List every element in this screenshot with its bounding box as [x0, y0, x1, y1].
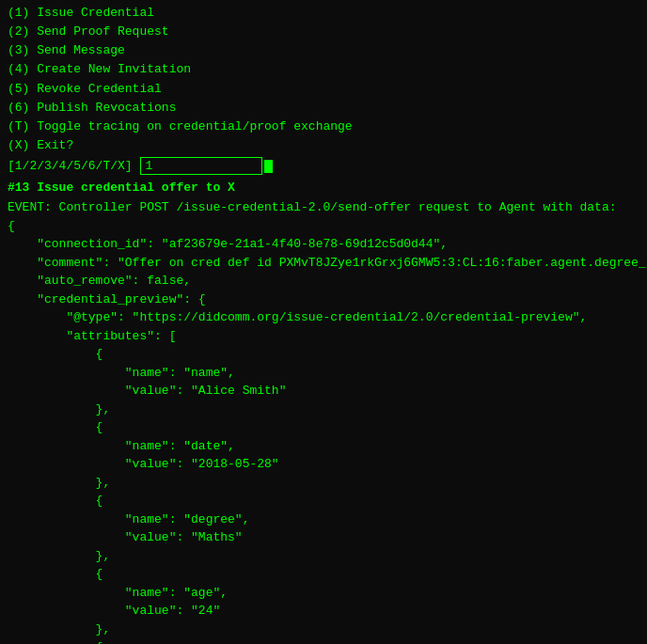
- menu-item-t: (T) Toggle tracing on credential/proof e…: [8, 118, 639, 136]
- menu-item-3: (3) Send Message: [8, 41, 639, 60]
- terminal-window: (1) Issue Credential (2) Send Proof Requ…: [0, 0, 647, 644]
- menu-item-x: (X) Exit?: [8, 136, 639, 155]
- menu-list: (1) Issue Credential (2) Send Proof Requ…: [8, 4, 639, 155]
- issue-heading: #13 Issue credential offer to X: [8, 181, 639, 195]
- menu-item-2: (2) Send Proof Request: [8, 23, 639, 41]
- json-output: { "connection_id": "af23679e-21a1-4f40-8…: [8, 217, 639, 644]
- menu-item-5: (5) Revoke Credential: [8, 80, 639, 99]
- input-space: [134, 159, 141, 173]
- menu-item-6: (6) Publish Revocations: [8, 99, 639, 118]
- menu-item-4: (4) Create New Invitation: [8, 60, 639, 79]
- menu-input[interactable]: [140, 157, 262, 175]
- event-line: EVENT: Controller POST /issue-credential…: [8, 198, 639, 217]
- input-label: [1/2/3/4/5/6/T/X]: [8, 159, 133, 173]
- menu-item-1: (1) Issue Credential: [8, 4, 639, 23]
- input-line[interactable]: [1/2/3/4/5/6/T/X]: [8, 157, 639, 175]
- cursor: [264, 160, 273, 173]
